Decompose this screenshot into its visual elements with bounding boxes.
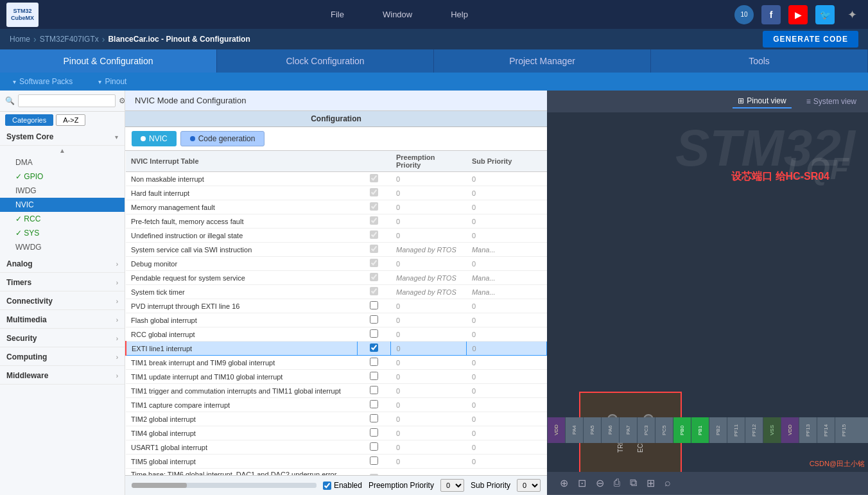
search-chip-icon[interactable]: ⌕ bbox=[664, 477, 671, 489]
table-row[interactable]: USART1 global interrupt 0 0 bbox=[126, 440, 547, 455]
table-row[interactable]: RCC global interrupt 0 0 bbox=[126, 327, 547, 342]
table-row[interactable]: TIM4 global interrupt 0 0 bbox=[126, 426, 547, 440]
breadcrumb-chip[interactable]: STM32F407IGTx bbox=[40, 35, 99, 44]
table-row[interactable]: EXTI line1 interrupt 0 0 bbox=[126, 342, 547, 356]
row-checkbox-20[interactable] bbox=[370, 456, 378, 465]
table-row[interactable]: Non maskable interrupt 0 0 bbox=[126, 172, 547, 186]
table-row[interactable]: Hard fault interrupt 0 0 bbox=[126, 186, 547, 200]
sub-tab-pinout[interactable]: Pinout bbox=[98, 77, 126, 86]
zoom-in-icon[interactable]: ⊕ bbox=[560, 477, 568, 489]
table-row[interactable]: Pendable request for system service Mana… bbox=[126, 271, 547, 285]
sidebar-scroll-up[interactable]: ▲ bbox=[0, 146, 125, 155]
sidebar-section-header-middleware[interactable]: Middleware › bbox=[0, 367, 125, 385]
row-check-21[interactable] bbox=[358, 469, 391, 476]
table-row[interactable]: Flash global interrupt 0 0 bbox=[126, 313, 547, 327]
share-icon[interactable]: ✦ bbox=[842, 5, 862, 24]
row-check-9[interactable] bbox=[358, 299, 391, 313]
row-check-19[interactable] bbox=[358, 440, 391, 455]
sidebar-section-header-analog[interactable]: Analog › bbox=[0, 256, 125, 273]
row-check-5[interactable] bbox=[358, 243, 391, 257]
row-check-10[interactable] bbox=[358, 313, 391, 327]
row-checkbox-13[interactable] bbox=[370, 358, 378, 366]
sidebar-section-header-system-core[interactable]: System Core ▾ bbox=[0, 128, 125, 146]
row-checkbox-10[interactable] bbox=[370, 315, 378, 324]
zoom-out-icon[interactable]: ⊖ bbox=[596, 477, 604, 489]
cat-tab-az[interactable]: A->Z bbox=[56, 114, 85, 126]
row-check-18[interactable] bbox=[358, 426, 391, 440]
row-check-12[interactable] bbox=[358, 342, 391, 356]
inner-tab-nvic[interactable]: NVIC bbox=[132, 131, 177, 146]
table-row[interactable]: Debug monitor 0 0 bbox=[126, 257, 547, 271]
table-row[interactable]: System tick timer Managed by RTOS Mana..… bbox=[126, 285, 547, 299]
row-check-4[interactable] bbox=[358, 229, 391, 243]
sidebar-item-sys[interactable]: SYS bbox=[0, 226, 125, 240]
table-row[interactable]: TIM1 trigger and commutation interrupts … bbox=[126, 384, 547, 398]
row-check-17[interactable] bbox=[358, 412, 391, 426]
pinout-view-tab[interactable]: ⊞ Pinout view bbox=[733, 94, 791, 109]
tab-project[interactable]: Project Manager bbox=[434, 49, 651, 73]
row-checkbox-18[interactable] bbox=[370, 428, 378, 437]
sidebar-item-gpio[interactable]: GPIO bbox=[0, 169, 125, 184]
sidebar-section-header-multimedia[interactable]: Multimedia › bbox=[0, 311, 125, 329]
row-check-6[interactable] bbox=[358, 257, 391, 271]
sidebar-section-header-computing[interactable]: Computing › bbox=[0, 349, 125, 366]
table-row[interactable]: System service call via SWI instruction … bbox=[126, 243, 547, 257]
nav-help[interactable]: Help bbox=[451, 10, 468, 19]
row-checkbox-12[interactable] bbox=[370, 343, 378, 352]
row-checkbox-11[interactable] bbox=[370, 329, 378, 338]
sidebar-section-header-connectivity[interactable]: Connectivity › bbox=[0, 293, 125, 310]
row-check-11[interactable] bbox=[358, 327, 391, 342]
table-row[interactable]: TIM1 break interrupt and TIM9 global int… bbox=[126, 356, 547, 370]
breadcrumb-home[interactable]: Home bbox=[10, 35, 30, 44]
row-checkbox-14[interactable] bbox=[370, 372, 378, 380]
tab-pinout[interactable]: Pinout & Configuration bbox=[0, 49, 217, 73]
sub-dropdown[interactable]: 0123 bbox=[517, 479, 541, 492]
row-check-0[interactable] bbox=[358, 172, 391, 186]
layers-icon[interactable]: ⧉ bbox=[630, 477, 637, 489]
table-row[interactable]: TIM1 update interrupt and TIM10 global i… bbox=[126, 370, 547, 384]
sidebar-item-rcc[interactable]: RCC bbox=[0, 212, 125, 226]
row-check-8[interactable] bbox=[358, 285, 391, 299]
row-checkbox-15[interactable] bbox=[370, 386, 378, 394]
enabled-checkbox-label[interactable]: Enabled bbox=[323, 481, 362, 490]
gear-icon[interactable]: ⚙ bbox=[119, 95, 125, 107]
sidebar-item-wwdg[interactable]: WWDG bbox=[0, 240, 125, 254]
breadcrumb-project[interactable]: BlanceCar.ioc - Pinout & Configuration bbox=[108, 35, 250, 44]
table-row[interactable]: TIM1 capture compare interrupt 0 0 bbox=[126, 398, 547, 412]
table-row[interactable]: Time base: TIM6 global interrupt, DAC1 a… bbox=[126, 469, 547, 476]
fit-icon[interactable]: ⊡ bbox=[578, 477, 586, 489]
row-check-13[interactable] bbox=[358, 356, 391, 370]
nav-window[interactable]: Window bbox=[383, 10, 412, 19]
system-view-tab[interactable]: ≡ System view bbox=[801, 95, 862, 108]
table-row[interactable]: TIM5 global interrupt 0 0 bbox=[126, 455, 547, 469]
row-check-2[interactable] bbox=[358, 200, 391, 214]
row-check-20[interactable] bbox=[358, 455, 391, 469]
preemption-dropdown[interactable]: 0123 bbox=[440, 479, 464, 492]
row-checkbox-19[interactable] bbox=[370, 442, 378, 451]
search-input[interactable] bbox=[18, 94, 116, 107]
export-icon[interactable]: ⎙ bbox=[614, 477, 620, 489]
row-check-3[interactable] bbox=[358, 214, 391, 229]
table-row[interactable]: PVD interrupt through EXTI line 16 0 0 bbox=[126, 299, 547, 313]
inner-tab-codegen[interactable]: Code generation bbox=[180, 131, 265, 146]
youtube-icon[interactable]: ▶ bbox=[788, 5, 808, 24]
row-checkbox-9[interactable] bbox=[370, 301, 378, 309]
sidebar-section-header-timers[interactable]: Timers › bbox=[0, 274, 125, 291]
tab-clock[interactable]: Clock Configuration bbox=[217, 49, 434, 73]
sidebar-item-nvic[interactable]: NVIC bbox=[0, 198, 125, 212]
sidebar-item-dma[interactable]: DMA bbox=[0, 155, 125, 169]
grid-icon[interactable]: ⊞ bbox=[647, 477, 655, 489]
enabled-checkbox[interactable] bbox=[323, 482, 331, 490]
facebook-icon[interactable]: f bbox=[761, 5, 781, 24]
sub-tab-software[interactable]: Software Packs bbox=[13, 77, 73, 86]
generate-code-button[interactable]: GENERATE CODE bbox=[763, 31, 858, 48]
row-check-1[interactable] bbox=[358, 186, 391, 200]
row-check-16[interactable] bbox=[358, 398, 391, 412]
sidebar-section-header-security[interactable]: Security › bbox=[0, 330, 125, 347]
table-row[interactable]: Undefined instruction or illegal state 0… bbox=[126, 229, 547, 243]
table-row[interactable]: Memory management fault 0 0 bbox=[126, 200, 547, 214]
sidebar-item-iwdg[interactable]: IWDG bbox=[0, 184, 125, 198]
nav-file[interactable]: File bbox=[331, 10, 344, 19]
table-row[interactable]: TIM2 global interrupt 0 0 bbox=[126, 412, 547, 426]
row-checkbox-16[interactable] bbox=[370, 400, 378, 408]
